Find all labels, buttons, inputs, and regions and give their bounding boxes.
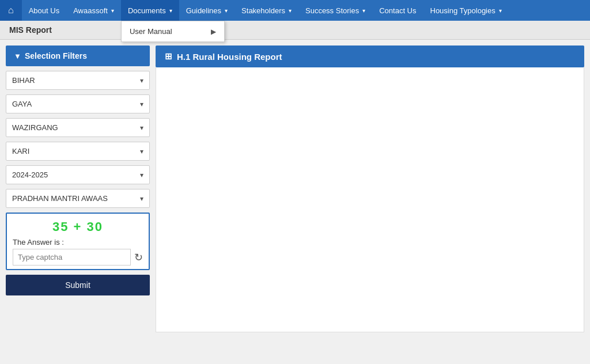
nav-awaassoft[interactable]: Awaassoft ▾ [66, 0, 121, 21]
village-select-wrapper: KARI [6, 142, 150, 161]
captcha-label: The Answer is : [13, 238, 143, 247]
report-header: ⊞ H.1 Rural Housing Report [156, 46, 584, 67]
year-select-wrapper: 2024-2025 [6, 165, 150, 184]
block-select-wrapper: WAZIRGANG [6, 118, 150, 137]
awaassoft-caret: ▾ [111, 7, 114, 14]
scheme-select[interactable]: PRADHAN MANTRI AWAAS [6, 189, 149, 207]
submit-button[interactable]: Submit [6, 275, 150, 295]
captcha-input-row: ↻ [13, 249, 143, 266]
filter-header: ▼ Selection Filters [6, 46, 150, 66]
state-select-wrapper: BIHAR [6, 71, 150, 90]
nav-success-stories[interactable]: Success Stories ▾ [298, 0, 372, 21]
district-select[interactable]: GAYA [6, 95, 149, 113]
village-select[interactable]: KARI [6, 142, 149, 160]
nav-housing-typologies[interactable]: Housing Typologies ▾ [423, 0, 509, 21]
housing-typologies-caret: ▾ [499, 7, 502, 14]
nav-home[interactable]: ⌂ [0, 0, 22, 21]
nav-stakeholders[interactable]: Stakeholders ▾ [235, 0, 298, 21]
nav-awaassoft-label: Awaassoft [73, 6, 108, 15]
captcha-box: 35 + 30 The Answer is : ↻ [6, 213, 150, 270]
main-nav: ⌂ About Us Awaassoft ▾ Documents ▾ User … [0, 0, 590, 21]
report-header-title: H.1 Rural Housing Report [177, 52, 282, 62]
captcha-refresh-icon[interactable]: ↻ [134, 251, 143, 264]
filter-icon: ▼ [14, 52, 21, 60]
state-select[interactable]: BIHAR [6, 71, 149, 89]
main-content: ▼ Selection Filters BIHAR GAYA WAZIRGANG… [0, 40, 590, 338]
nav-contact-us-label: Contact Us [379, 6, 416, 15]
scheme-select-wrapper: PRADHAN MANTRI AWAAS [6, 189, 150, 208]
nav-documents[interactable]: Documents ▾ User Manual ▶ [121, 0, 179, 21]
success-stories-caret: ▾ [362, 7, 365, 14]
stakeholders-caret: ▾ [289, 7, 292, 14]
nav-about-us[interactable]: About Us [22, 0, 66, 21]
user-manual-label: User Manual [130, 27, 172, 36]
filter-header-label: Selection Filters [25, 51, 87, 60]
guidelines-caret: ▾ [225, 7, 228, 14]
nav-contact-us[interactable]: Contact Us [372, 0, 423, 21]
block-select[interactable]: WAZIRGANG [6, 119, 149, 136]
captcha-expression: 35 + 30 [13, 219, 143, 234]
nav-success-stories-label: Success Stories [305, 6, 359, 15]
dropdown-user-manual[interactable]: User Manual ▶ [122, 21, 224, 41]
report-body [156, 67, 584, 332]
district-select-wrapper: GAYA [6, 94, 150, 113]
year-select[interactable]: 2024-2025 [6, 166, 149, 184]
captcha-input[interactable] [13, 249, 131, 266]
nav-guidelines-label: Guidelines [186, 6, 221, 15]
right-panel: ⊞ H.1 Rural Housing Report [156, 46, 584, 332]
nav-stakeholders-label: Stakeholders [241, 6, 285, 15]
nav-housing-typologies-label: Housing Typologies [430, 6, 496, 15]
documents-dropdown: User Manual ▶ [121, 21, 225, 42]
nav-about-us-label: About Us [29, 6, 59, 15]
home-icon: ⌂ [8, 5, 14, 16]
documents-caret: ▾ [169, 7, 172, 14]
breadcrumb: MIS Report [0, 21, 590, 40]
user-manual-arrow: ▶ [211, 28, 216, 36]
report-header-icon: ⊞ [165, 51, 172, 62]
nav-guidelines[interactable]: Guidelines ▾ [179, 0, 235, 21]
left-panel: ▼ Selection Filters BIHAR GAYA WAZIRGANG… [6, 46, 150, 332]
breadcrumb-text: MIS Report [9, 25, 52, 35]
nav-documents-label: Documents [128, 6, 166, 15]
